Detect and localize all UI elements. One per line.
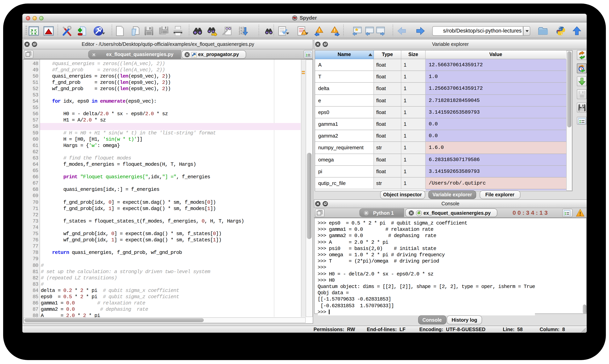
svg-text:!: !: [319, 28, 320, 33]
svg-text:!: !: [304, 31, 305, 35]
svg-text:!: !: [334, 28, 335, 33]
